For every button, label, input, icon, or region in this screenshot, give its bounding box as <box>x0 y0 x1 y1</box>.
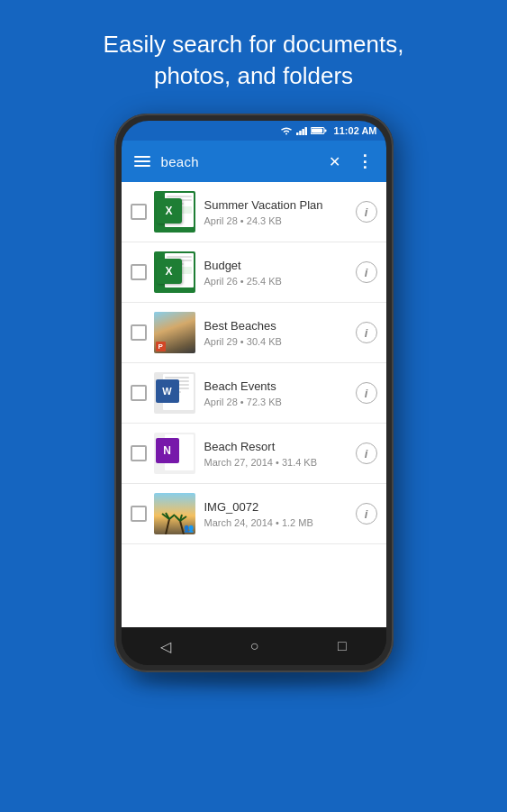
wifi-icon <box>280 126 293 135</box>
file-meta: March 27, 2014 • 31.4 KB <box>204 457 356 468</box>
file-info: IMG_0072March 24, 2014 • 1.2 MB <box>204 500 356 528</box>
file-info: Summer Vacation PlanApril 28 • 24.3 KB <box>204 198 356 226</box>
back-button[interactable]: ◁ <box>146 631 186 662</box>
search-input[interactable]: beach <box>161 154 316 169</box>
signal-icon <box>296 126 307 135</box>
file-meta: April 28 • 24.3 KB <box>204 215 356 226</box>
more-options-button[interactable]: ⋮ <box>353 148 377 175</box>
file-checkbox[interactable] <box>131 264 147 280</box>
recents-button[interactable]: □ <box>323 631 361 661</box>
battery-icon <box>311 126 327 135</box>
file-thumbnail: N <box>154 433 195 474</box>
file-thumbnail: X <box>154 251 195 293</box>
svg-rect-2 <box>302 129 304 135</box>
file-checkbox[interactable] <box>131 324 147 341</box>
svg-rect-3 <box>304 127 307 135</box>
file-info: Beach EventsApril 28 • 72.3 KB <box>204 379 356 407</box>
file-checkbox[interactable] <box>131 385 147 401</box>
svg-line-12 <box>175 515 180 521</box>
file-info: Beach ResortMarch 27, 2014 • 31.4 KB <box>204 440 356 468</box>
phone-screen: 11:02 AM beach ✕ ⋮ XSummer Vacation Plan… <box>122 121 386 665</box>
svg-rect-6 <box>312 129 322 133</box>
file-name: Beach Resort <box>204 440 356 455</box>
file-name: IMG_0072 <box>204 500 356 515</box>
file-item[interactable]: NBeach ResortMarch 27, 2014 • 31.4 KBi <box>122 424 386 484</box>
file-meta: April 29 • 30.4 KB <box>204 336 356 347</box>
file-info-button[interactable]: i <box>356 322 377 343</box>
file-name: Budget <box>204 259 356 274</box>
headline: Easily search for documents, photos, and… <box>68 0 440 114</box>
file-thumbnail: 👥 <box>154 493 195 534</box>
svg-rect-1 <box>299 131 302 135</box>
file-info: Best BeachesApril 29 • 30.4 KB <box>204 319 356 347</box>
search-clear-button[interactable]: ✕ <box>323 150 346 174</box>
file-info: BudgetApril 26 • 25.4 KB <box>204 259 356 287</box>
phone-mockup: 11:02 AM beach ✕ ⋮ XSummer Vacation Plan… <box>114 114 394 672</box>
svg-rect-0 <box>296 132 299 135</box>
file-thumbnail: W <box>154 372 195 414</box>
file-thumbnail: P <box>154 312 195 353</box>
phone-shell: 11:02 AM beach ✕ ⋮ XSummer Vacation Plan… <box>114 114 394 672</box>
file-info-button[interactable]: i <box>356 382 377 404</box>
file-item[interactable]: WBeach EventsApril 28 • 72.3 KBi <box>122 363 386 424</box>
nav-bar: ◁ ○ □ <box>122 627 386 665</box>
file-checkbox[interactable] <box>131 506 147 522</box>
file-checkbox[interactable] <box>131 445 147 461</box>
file-item[interactable]: XBudgetApril 26 • 25.4 KBi <box>122 242 386 303</box>
svg-rect-5 <box>324 130 326 132</box>
headline-line1: Easily search for documents, <box>104 31 404 58</box>
file-meta: April 28 • 72.3 KB <box>204 397 356 407</box>
file-item[interactable]: PBest BeachesApril 29 • 30.4 KBi <box>122 303 386 363</box>
file-thumbnail: X <box>154 191 195 233</box>
svg-line-9 <box>169 515 175 519</box>
hamburger-button[interactable] <box>131 152 154 170</box>
status-icons: 11:02 AM <box>280 125 377 136</box>
search-bar: beach ✕ ⋮ <box>122 141 386 182</box>
status-bar: 11:02 AM <box>122 121 386 141</box>
file-info-button[interactable]: i <box>356 503 377 525</box>
file-item[interactable]: 👥IMG_0072March 24, 2014 • 1.2 MBi <box>122 484 386 544</box>
file-name: Summer Vacation Plan <box>204 198 356 214</box>
status-time: 11:02 AM <box>334 125 377 136</box>
file-item[interactable]: XSummer Vacation PlanApril 28 • 24.3 KBi <box>122 182 386 242</box>
file-name: Beach Events <box>204 379 356 395</box>
home-button[interactable]: ○ <box>236 631 274 661</box>
file-list: XSummer Vacation PlanApril 28 • 24.3 KBi… <box>122 182 386 627</box>
file-checkbox[interactable] <box>131 204 147 220</box>
file-name: Best Beaches <box>204 319 356 334</box>
file-info-button[interactable]: i <box>356 261 377 283</box>
file-info-button[interactable]: i <box>356 201 377 223</box>
file-info-button[interactable]: i <box>356 442 377 464</box>
file-meta: April 26 • 25.4 KB <box>204 276 356 287</box>
svg-line-7 <box>166 519 169 534</box>
headline-line2: photos, and folders <box>154 62 353 89</box>
file-meta: March 24, 2014 • 1.2 MB <box>204 517 356 528</box>
